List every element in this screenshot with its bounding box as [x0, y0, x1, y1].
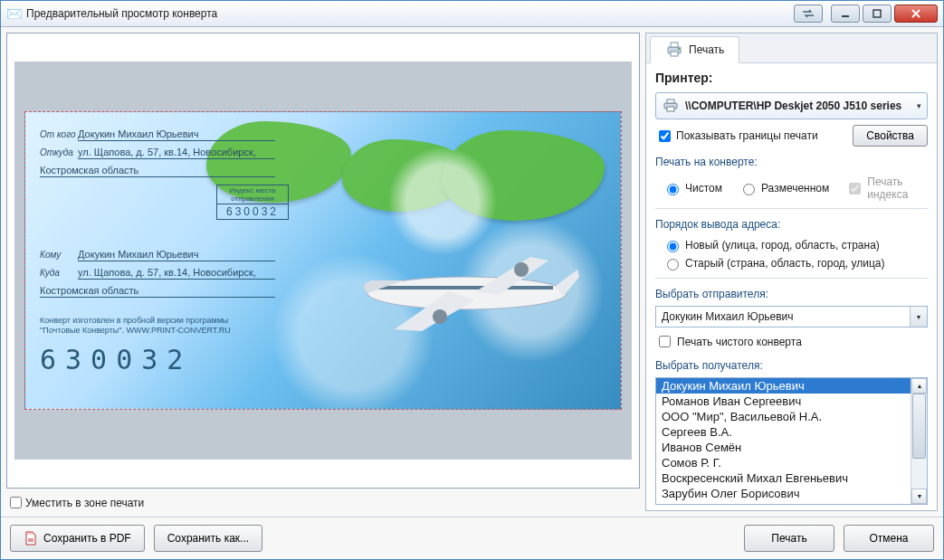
- env-mode-heading: Печать на конверте:: [655, 156, 928, 168]
- addr-order-old-radio[interactable]: [667, 259, 679, 271]
- fit-checkbox[interactable]: [10, 497, 22, 508]
- titlebar: ✉️ Предварительный просмотр конверта: [1, 1, 943, 27]
- env-from-addr2: Костромская область: [40, 165, 275, 177]
- env-mode-clean[interactable]: Чистом: [663, 181, 722, 195]
- tab-print-label: Печать: [689, 43, 724, 56]
- preview-column: От кого Докукин Михаил Юрьевич Откуда ул…: [6, 33, 640, 511]
- tab-strip: Печать: [646, 33, 937, 63]
- pdf-icon: [24, 531, 38, 546]
- main-row: От кого Докукин Михаил Юрьевич Откуда ул…: [1, 27, 943, 517]
- recipient-item[interactable]: Иванов Семён: [656, 440, 911, 455]
- env-to-label: Кому: [40, 250, 78, 260]
- minimize-icon: [841, 9, 850, 18]
- scroll-down-button[interactable]: ▾: [911, 489, 927, 504]
- recipient-heading: Выбрать получателя:: [655, 359, 928, 372]
- addr-order-group: Новый (улица, город, область, страна) Ст…: [655, 236, 928, 279]
- close-icon: [911, 9, 921, 18]
- maximize-icon: [872, 9, 882, 18]
- env-index-value: 630032: [217, 204, 288, 219]
- env-mode-marked-radio[interactable]: [743, 184, 755, 195]
- envelope-preview: От кого Докукин Михаил Юрьевич Откуда ул…: [24, 111, 622, 410]
- scroll-thumb[interactable]: [912, 394, 926, 459]
- save-as-button[interactable]: Сохранить как...: [154, 525, 262, 552]
- scroll-up-button[interactable]: ▴: [911, 378, 927, 394]
- addr-order-old[interactable]: Старый (страна, область, город, улица): [663, 256, 920, 271]
- env-footer2: "Почтовые Конверты". WWW.PRINT-CONVERT.R…: [40, 326, 606, 336]
- env-mode-marked[interactable]: Размеченном: [739, 181, 829, 195]
- env-from-name: Докукин Михаил Юрьевич: [78, 128, 275, 141]
- env-index-caption: Индекс места отправления: [217, 185, 288, 204]
- env-towhere-label: Куда: [40, 268, 78, 278]
- recipient-item[interactable]: ООО "Мир", Васильевой Н.А.: [656, 409, 911, 424]
- swap-icon: [802, 9, 815, 18]
- fit-label: Уместить в зоне печати: [25, 497, 144, 509]
- print-background: От кого Докукин Михаил Юрьевич Откуда ул…: [14, 62, 632, 460]
- sender-selected: Докукин Михаил Юрьевич: [662, 310, 794, 323]
- print-clean-checkbox[interactable]: [659, 336, 671, 347]
- env-index-box: Индекс места отправления 630032: [216, 185, 289, 220]
- env-from-label: От кого: [40, 129, 78, 139]
- recipient-listbox[interactable]: Докукин Михаил ЮрьевичРоманов Иван Серге…: [655, 377, 928, 505]
- settings-panel: Печать Принтер: \\COMPUTER\HP Deskjet 20…: [645, 33, 938, 511]
- svg-rect-12: [667, 100, 674, 103]
- print-button[interactable]: Печать: [744, 525, 834, 552]
- env-to-addr2: Костромская область: [40, 285, 275, 298]
- svg-rect-0: [842, 15, 849, 17]
- recipient-item[interactable]: Романов Иван Сергеевич: [656, 394, 911, 409]
- tab-print[interactable]: Печать: [650, 36, 739, 63]
- env-footer1: Конверт изготовлен в пробной версии прог…: [40, 316, 606, 326]
- recipient-item[interactable]: Зарубин Олег Борисович: [656, 486, 911, 501]
- recipient-scrollbar[interactable]: ▴ ▾: [911, 378, 927, 504]
- scroll-track[interactable]: [911, 394, 927, 489]
- svg-rect-8: [671, 43, 678, 47]
- svg-rect-13: [667, 107, 674, 111]
- addr-order-new[interactable]: Новый (улица, город, область, страна): [663, 238, 920, 252]
- show-borders-label: Показывать границы печати: [676, 129, 818, 142]
- preview-viewport[interactable]: От кого Докукин Михаил Юрьевич Откуда ул…: [6, 33, 640, 489]
- env-to-name: Докукин Михаил Юрьевич: [78, 249, 275, 261]
- recipient-item[interactable]: Германов Владимир Михайлович: [656, 501, 911, 504]
- env-mode-group: Чистом Размеченном Печать индекса: [655, 174, 928, 209]
- cancel-button[interactable]: Отмена: [844, 525, 934, 552]
- fit-in-print-area-row[interactable]: Уместить в зоне печати: [6, 494, 640, 511]
- show-borders-checkbox[interactable]: [659, 130, 671, 142]
- svg-rect-9: [671, 52, 678, 56]
- client-area: От кого Докукин Михаил Юрьевич Откуда ул…: [1, 27, 943, 559]
- recipient-item[interactable]: Сергеев В.А.: [656, 424, 911, 440]
- svg-rect-1: [873, 10, 881, 17]
- panel-body: Принтер: \\COMPUTER\HP Deskjet 2050 J510…: [646, 63, 937, 510]
- svg-point-10: [678, 48, 680, 50]
- window-title: Предварительный просмотр конверта: [26, 7, 791, 20]
- show-borders-row[interactable]: Показывать границы печати: [655, 128, 818, 145]
- help-button[interactable]: [794, 5, 823, 23]
- printer-small-icon: [662, 97, 680, 115]
- print-index-row: Печать индекса: [845, 176, 920, 201]
- printer-name: \\COMPUTER\HP Deskjet 2050 J510 series: [685, 100, 913, 112]
- recipient-item[interactable]: Докукин Михаил Юрьевич: [656, 378, 911, 394]
- printer-properties-button[interactable]: Свойства: [853, 125, 928, 147]
- sender-combo[interactable]: Докукин Михаил Юрьевич ▾: [655, 306, 928, 327]
- close-button[interactable]: [894, 5, 938, 23]
- recipient-item[interactable]: Сомов Р. Г.: [656, 455, 911, 470]
- printer-heading: Принтер:: [655, 71, 928, 85]
- env-big-index: 630032: [40, 344, 606, 375]
- addr-order-new-radio[interactable]: [667, 241, 679, 252]
- bottom-toolbar: Сохранить в PDF Сохранить как... Печать …: [1, 517, 943, 559]
- recipient-item[interactable]: Воскресенский Михал Евгеньевич: [656, 470, 911, 486]
- print-clean-row[interactable]: Печать чистого конверта: [655, 333, 928, 350]
- print-index-checkbox: [849, 183, 861, 195]
- maximize-button[interactable]: [863, 5, 892, 23]
- minimize-button[interactable]: [831, 5, 860, 23]
- env-to-addr1: ул. Щапова, д. 57, кв.14, Новосибирск,: [78, 267, 275, 280]
- printer-icon: [665, 42, 683, 58]
- app-window: ✉️ Предварительный просмотр конверта: [0, 0, 944, 560]
- printer-dropdown[interactable]: \\COMPUTER\HP Deskjet 2050 J510 series ▾: [655, 92, 928, 119]
- chevron-down-icon: ▾: [910, 307, 927, 327]
- env-mode-clean-radio[interactable]: [667, 184, 679, 195]
- env-from-addr1: ул. Щапова, д. 57, кв.14, Новосибирск,: [78, 147, 275, 159]
- save-pdf-button[interactable]: Сохранить в PDF: [10, 525, 145, 552]
- chevron-down-icon: ▾: [917, 101, 921, 110]
- app-icon: ✉️: [6, 6, 21, 21]
- addr-order-heading: Порядок вывода адреса:: [655, 218, 928, 231]
- env-fromwhere-label: Откуда: [40, 147, 78, 157]
